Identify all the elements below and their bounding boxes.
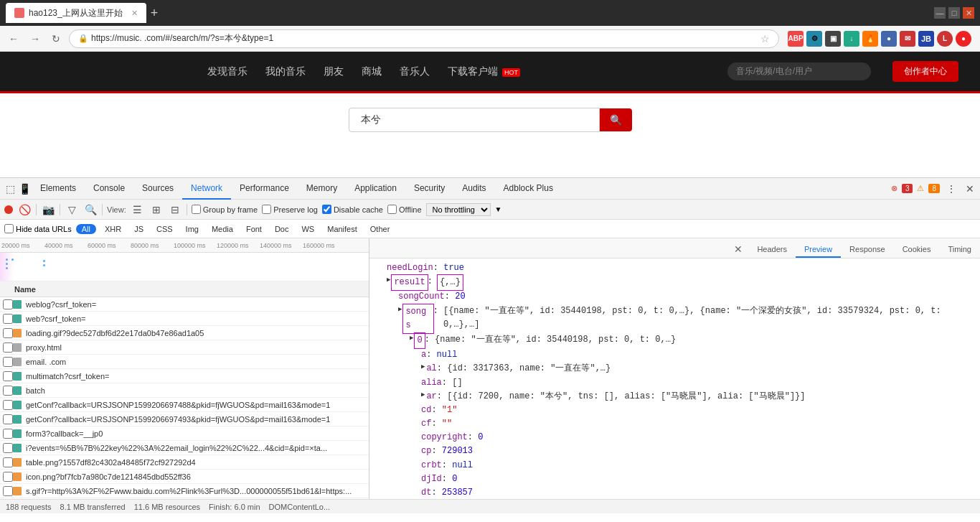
ext-avatar[interactable]: L [937, 31, 953, 47]
ext-4[interactable]: ↓ [844, 31, 859, 47]
filter-css[interactable]: CSS [152, 224, 177, 234]
nav-mymusic[interactable]: 我的音乐 [265, 65, 306, 78]
list-item[interactable]: batch [0, 383, 369, 398]
request-checkbox[interactable] [3, 371, 13, 381]
request-checkbox[interactable] [3, 486, 13, 496]
disable-cache-checkbox[interactable] [322, 205, 331, 214]
tab-close-button[interactable]: ✕ [131, 9, 138, 18]
filter-all[interactable]: All [76, 224, 96, 234]
list-item[interactable]: s.gif?r=http%3A%2F%2Fwww.baidu.com%2Flin… [0, 484, 369, 498]
tab-audits[interactable]: Audits [453, 178, 494, 200]
request-checkbox[interactable] [3, 429, 13, 439]
nav-musician[interactable]: 音乐人 [400, 65, 430, 78]
tab-security[interactable]: Security [405, 178, 453, 200]
list-item[interactable]: web?csrf_token= [0, 312, 369, 326]
list-item[interactable]: form3?callback=__jp0 [0, 427, 369, 441]
request-checkbox[interactable] [3, 299, 13, 309]
ext-6[interactable]: ● [881, 31, 897, 47]
request-checkbox[interactable] [3, 314, 13, 324]
list-item[interactable]: multimatch?csrf_token= [0, 369, 369, 383]
tab-cookies[interactable]: Cookies [894, 242, 940, 258]
minimize-button[interactable]: — [934, 7, 946, 19]
preserve-log-checkbox[interactable] [262, 205, 271, 214]
active-tab[interactable]: hao123_上网从这里开始 ✕ [6, 3, 146, 23]
devtools-more-button[interactable]: ⋮ [944, 182, 958, 196]
filter-media[interactable]: Media [207, 224, 237, 234]
list-item[interactable]: icon.png?bf7fcb7a980c7de1214845dbd552ff3… [0, 470, 369, 484]
ext-2[interactable]: ⚙ [806, 31, 822, 47]
preserve-log-label[interactable]: Preserve log [262, 205, 318, 214]
tab-response[interactable]: Response [841, 242, 894, 258]
item0-expand[interactable]: ▶ [410, 333, 413, 343]
list-item[interactable]: email. .com [0, 355, 369, 369]
al-expand[interactable]: ▶ [421, 362, 425, 372]
devtools-inspect-button[interactable]: ⬚ [3, 182, 17, 196]
request-checkbox[interactable] [3, 472, 13, 482]
tab-headers[interactable]: Headers [748, 242, 796, 258]
tab-performance[interactable]: Performance [231, 178, 298, 200]
nav-shop[interactable]: 商城 [362, 65, 382, 78]
request-checkbox[interactable] [3, 328, 13, 338]
songs-expand[interactable]: ▶ [398, 304, 402, 314]
filter-ws[interactable]: WS [297, 224, 319, 234]
clear-button[interactable]: 🚫 [17, 202, 32, 217]
throttle-select[interactable]: No throttling [426, 203, 491, 216]
ext-3[interactable]: ▣ [825, 31, 841, 47]
capture-screenshot-button[interactable]: 📷 [41, 202, 55, 217]
new-tab-button[interactable]: + [151, 6, 159, 21]
list-item[interactable]: getConf?callback=URSJSONP1599206697493&p… [0, 412, 369, 427]
tab-network[interactable]: Network [182, 178, 231, 200]
tab-sources[interactable]: Sources [133, 178, 182, 200]
tab-preview[interactable]: Preview [796, 242, 841, 258]
request-checkbox[interactable] [3, 443, 13, 453]
record-button[interactable] [4, 205, 13, 214]
tab-application[interactable]: Application [346, 178, 405, 200]
ext-last[interactable]: ● [956, 31, 971, 47]
offline-checkbox[interactable] [387, 205, 397, 214]
filter-manifest[interactable]: Manifest [323, 224, 362, 234]
hide-data-label[interactable]: Hide data URLs [4, 224, 72, 233]
list-item[interactable]: proxy.html [0, 340, 369, 355]
hide-data-checkbox[interactable] [4, 224, 14, 233]
filter-img[interactable]: Img [182, 224, 203, 234]
ext-7[interactable]: ✉ [900, 31, 915, 47]
filter-font[interactable]: Font [242, 224, 266, 234]
ar-expand[interactable]: ▶ [421, 390, 425, 400]
ext-jb[interactable]: JB [918, 31, 934, 47]
group-frame-label[interactable]: Group by frame [192, 205, 258, 214]
filter-js[interactable]: JS [130, 224, 148, 234]
ext-abp[interactable]: ABP [788, 31, 804, 47]
search-button[interactable]: 🔍 [600, 108, 632, 131]
request-checkbox[interactable] [3, 414, 13, 424]
filter-other[interactable]: Other [366, 224, 395, 234]
nav-download[interactable]: 下载客户端 HOT [448, 65, 520, 78]
view-tree-button[interactable]: ⊟ [168, 202, 182, 217]
search-button[interactable]: 🔍 [83, 202, 98, 217]
devtools-close-button[interactable]: ✕ [963, 182, 977, 196]
list-item[interactable]: i?events=%5B%7B%22key%22%3A%22email_logi… [0, 441, 369, 455]
url-box[interactable]: 🔒 https://music. .com/#/search/m/?s=本兮&t… [69, 29, 779, 48]
filter-xhr[interactable]: XHR [100, 224, 126, 234]
tab-elements[interactable]: Elements [32, 178, 85, 200]
list-item[interactable]: getConf?callback=URSJSONP1599206697488&p… [0, 398, 369, 412]
bookmark-icon[interactable]: ☆ [760, 33, 770, 45]
nav-friends[interactable]: 朋友 [324, 65, 344, 78]
reload-button[interactable]: ↻ [49, 32, 63, 46]
request-checkbox[interactable] [3, 457, 13, 467]
result-expand[interactable]: ▶ [387, 275, 390, 285]
list-item[interactable]: weblog?csrf_token= [0, 297, 369, 312]
maximize-button[interactable]: □ [948, 7, 960, 19]
offline-label[interactable]: Offline [387, 205, 422, 214]
ext-5[interactable]: 🔥 [862, 31, 878, 47]
request-checkbox[interactable] [3, 342, 13, 353]
list-item[interactable]: table.png?1557df82c4302a48485f72cf927292… [0, 455, 369, 470]
view-list-button[interactable]: ☰ [131, 202, 145, 217]
request-checkbox[interactable] [3, 386, 13, 396]
group-frame-checkbox[interactable] [192, 205, 201, 214]
tab-console[interactable]: Console [85, 178, 133, 200]
forward-button[interactable]: → [27, 32, 43, 46]
back-button[interactable]: ← [6, 32, 22, 46]
devtools-device-button[interactable]: 📱 [17, 182, 32, 196]
tab-memory[interactable]: Memory [298, 178, 346, 200]
site-search-box[interactable]: 音乐/视频/电台/用户 [727, 62, 871, 80]
